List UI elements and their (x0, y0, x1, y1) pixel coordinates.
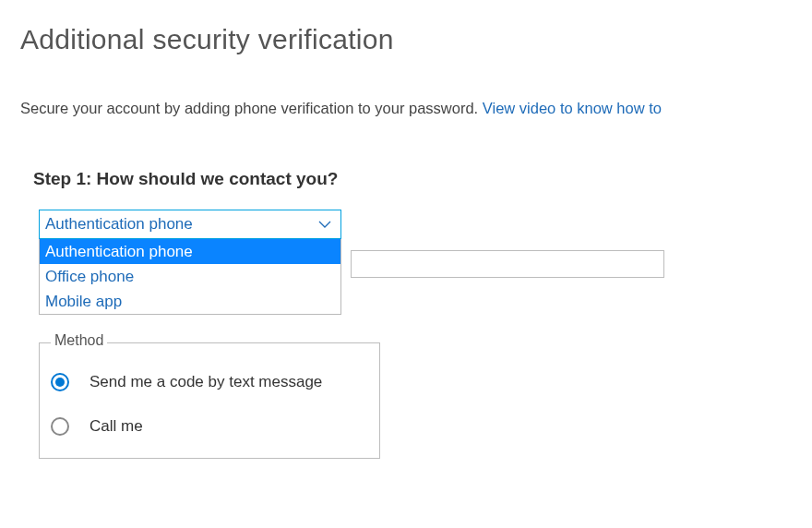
dropdown-option-authentication-phone[interactable]: Authentication phone (40, 239, 340, 264)
radio-text-message[interactable] (51, 373, 69, 391)
chevron-down-icon (318, 221, 331, 229)
step1-heading: Step 1: How should we contact you? (33, 169, 812, 189)
method-legend: Method (51, 332, 107, 349)
contact-method-selected-label: Authentication phone (45, 215, 193, 234)
intro-text-static: Secure your account by adding phone veri… (20, 100, 483, 116)
method-option-text-message[interactable]: Send me a code by text message (51, 360, 368, 404)
contact-method-dropdown-list: Authentication phone Office phone Mobile… (39, 239, 341, 315)
radio-text-message-label: Send me a code by text message (90, 373, 322, 391)
intro-text: Secure your account by adding phone veri… (20, 100, 812, 117)
contact-method-dropdown[interactable]: Authentication phone Authentication phon… (39, 210, 341, 239)
page-title: Additional security verification (20, 24, 812, 55)
dropdown-option-mobile-app[interactable]: Mobile app (40, 289, 340, 314)
method-fieldset: Method Send me a code by text message Ca… (39, 342, 380, 459)
radio-call-me-label: Call me (90, 417, 143, 436)
intro-video-link[interactable]: View video to know how to (483, 100, 662, 116)
dropdown-option-office-phone[interactable]: Office phone (40, 264, 340, 289)
radio-call-me[interactable] (51, 417, 69, 436)
contact-method-dropdown-button[interactable]: Authentication phone (39, 210, 341, 239)
phone-number-input[interactable] (351, 250, 664, 278)
method-option-call-me[interactable]: Call me (51, 404, 368, 449)
